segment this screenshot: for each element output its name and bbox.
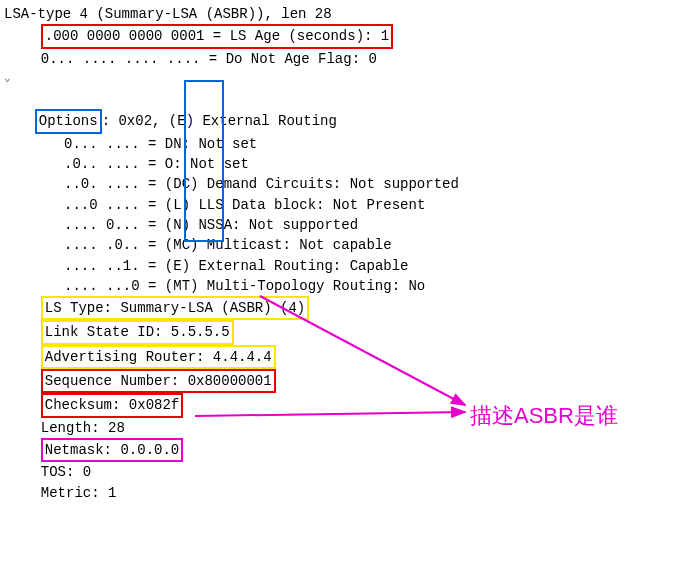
opt-mc-row[interactable]: .... .0.. = (MC) Multicast: Not capable (4, 235, 687, 255)
options-label-box: Options (35, 109, 102, 133)
opt-prefix: ...0 .... = (64, 197, 165, 213)
opt-prefix: .... ...0 = (64, 278, 165, 294)
length-text: Length: 28 (41, 420, 125, 436)
options-rest: : 0x02, (E) External Routing (102, 113, 337, 129)
adv-router-box: Advertising Router: 4.4.4.4 (41, 345, 276, 369)
opt-prefix: .... .0.. = (64, 237, 165, 253)
tos-row[interactable]: TOS: 0 (4, 462, 687, 482)
opt-flag: (MC) (165, 237, 199, 253)
annotation-asbr: 描述ASBR是谁 (470, 400, 618, 432)
opt-mt-row[interactable]: .... ...0 = (MT) Multi-Topology Routing:… (4, 276, 687, 296)
lsa-header: LSA-type 4 (Summary-LSA (ASBR)), len 28 (4, 4, 687, 24)
annotation-text: 描述ASBR是谁 (470, 403, 618, 428)
opt-dc-row[interactable]: ..0. .... = (DC) Demand Circuits: Not su… (4, 174, 687, 194)
netmask-box: Netmask: 0.0.0.0 (41, 438, 183, 462)
opt-flag: DN: (165, 136, 190, 152)
opt-n-row[interactable]: .... 0... = (N) NSSA: Not supported (4, 215, 687, 235)
opt-desc: Multicast: Not capable (198, 237, 391, 253)
checksum-text: Checksum: 0x082f (45, 397, 179, 413)
checksum-box: Checksum: 0x082f (41, 393, 183, 417)
opt-flag: (N) (165, 217, 190, 233)
opt-prefix: .0.. .... = (64, 156, 165, 172)
link-state-id-row[interactable]: Link State ID: 5.5.5.5 (4, 320, 687, 344)
metric-row[interactable]: Metric: 1 (4, 483, 687, 503)
options-row[interactable]: ⌄ Options: 0x02, (E) External Routing (4, 69, 687, 134)
opt-desc: NSSA: Not supported (190, 217, 358, 233)
opt-prefix: 0... .... = (64, 136, 165, 152)
opt-flag: (MT) (165, 278, 199, 294)
options-label: Options (39, 113, 98, 129)
opt-l-row[interactable]: ...0 .... = (L) LLS Data block: Not Pres… (4, 195, 687, 215)
seq-num-row[interactable]: Sequence Number: 0x80000001 (4, 369, 687, 393)
link-state-id-box: Link State ID: 5.5.5.5 (41, 320, 234, 344)
do-not-age-text: 0... .... .... .... = Do Not Age Flag: 0 (41, 51, 377, 67)
netmask-row[interactable]: Netmask: 0.0.0.0 (4, 438, 687, 462)
metric-text: Metric: 1 (41, 485, 117, 501)
opt-desc: Demand Circuits: Not supported (198, 176, 458, 192)
opt-desc: External Routing: Capable (190, 258, 408, 274)
opt-flag: (L) (165, 197, 190, 213)
do-not-age-row[interactable]: 0... .... .... .... = Do Not Age Flag: 0 (4, 49, 687, 69)
opt-prefix: ..0. .... = (64, 176, 165, 192)
ls-age-box: .000 0000 0000 0001 = LS Age (seconds): … (41, 24, 393, 48)
ls-type-row[interactable]: LS Type: Summary-LSA (ASBR) (4) (4, 296, 687, 320)
opt-flag: (DC) (165, 176, 199, 192)
adv-router-text: Advertising Router: 4.4.4.4 (45, 349, 272, 365)
seq-num-text: Sequence Number: 0x80000001 (45, 373, 272, 389)
opt-flag: O: (165, 156, 190, 172)
adv-router-row[interactable]: Advertising Router: 4.4.4.4 (4, 345, 687, 369)
ls-age-row[interactable]: .000 0000 0000 0001 = LS Age (seconds): … (4, 24, 687, 48)
caret-icon[interactable]: ⌄ (4, 71, 11, 87)
opt-prefix: .... ..1. = (64, 258, 165, 274)
opt-desc: LLS Data block: Not Present (190, 197, 425, 213)
opt-desc: Multi-Topology Routing: No (198, 278, 425, 294)
seq-num-box: Sequence Number: 0x80000001 (41, 369, 276, 393)
tos-text: TOS: 0 (41, 464, 91, 480)
netmask-text: Netmask: 0.0.0.0 (45, 442, 179, 458)
opt-dn-row[interactable]: 0... .... = DN: Not set (4, 134, 687, 154)
opt-desc: Not set (190, 136, 257, 152)
opt-prefix: .... 0... = (64, 217, 165, 233)
opt-desc: Not set (190, 156, 249, 172)
ls-type-box: LS Type: Summary-LSA (ASBR) (4) (41, 296, 309, 320)
ls-age-text: .000 0000 0000 0001 = LS Age (seconds): … (45, 28, 389, 44)
ls-type-text: LS Type: Summary-LSA (ASBR) (4) (45, 300, 305, 316)
opt-flag: (E) (165, 258, 190, 274)
link-state-id-text: Link State ID: 5.5.5.5 (45, 324, 230, 340)
opt-o-row[interactable]: .0.. .... = O: Not set (4, 154, 687, 174)
lsa-header-text: LSA-type 4 (Summary-LSA (ASBR)), len 28 (4, 6, 332, 22)
opt-e-row[interactable]: .... ..1. = (E) External Routing: Capabl… (4, 256, 687, 276)
